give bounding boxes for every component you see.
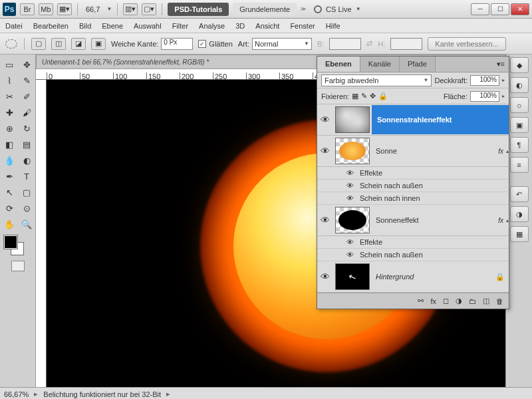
stamp-tool[interactable]: ⊕ [1,121,17,136]
layer-name[interactable]: Sonnenstrahleneffekt [372,105,509,134]
menu-datei[interactable]: Datei [5,22,23,30]
zoom-tool[interactable]: 🔍 [19,217,35,231]
opacity-input[interactable]: 100% [470,75,499,86]
history-brush-tool[interactable]: ↻ [19,121,35,136]
maximize-button[interactable]: ☐ [491,3,509,15]
layer-effect[interactable]: 👁Schein nach innen [317,192,509,205]
dock-color-icon[interactable]: ◆ [510,57,529,73]
zoom-level[interactable]: 66,7 [83,5,102,13]
dodge-tool[interactable]: ◐ [19,153,35,168]
layer-thumbnail[interactable] [335,106,370,133]
blend-mode-select[interactable]: Farbig abwedeln▼ [321,74,432,86]
dock-actions-icon[interactable]: ◑ [510,206,529,222]
layer-effect[interactable]: 👁Schein nach außen [317,249,509,261]
layer-thumbnail[interactable] [335,263,370,290]
subtract-selection-button[interactable]: ◪ [71,38,86,50]
view-extras-button[interactable]: ▦▾ [57,3,72,15]
arrange-button[interactable]: ▥▾ [123,3,138,15]
gradient-tool[interactable]: ▤ [19,137,35,152]
eraser-tool[interactable]: ◧ [1,137,17,152]
crop-tool[interactable]: ✂ [1,89,17,104]
dock-character-icon[interactable]: ¶ [510,137,529,153]
tab-ebenen[interactable]: Ebenen [317,57,360,72]
dock-masks-icon[interactable]: ▣ [510,117,529,133]
layer-thumbnail[interactable] [335,138,370,164]
style-select[interactable]: Normal▼ [252,38,312,50]
3d-camera-tool[interactable]: ⊙ [19,201,35,215]
add-selection-button[interactable]: ◫ [51,38,66,50]
cslive-button[interactable]: CS Live [326,5,352,13]
quickselect-tool[interactable]: ✎ [19,73,35,88]
healing-tool[interactable]: ✚ [1,105,17,120]
visibility-icon[interactable]: 👁 [317,146,333,156]
layer-thumbnail[interactable] [335,207,370,233]
adjustment-layer-icon[interactable]: ◑ [456,297,462,305]
collapse-icon[interactable]: ▴ [506,217,509,223]
layer-fx-icon[interactable]: fx [430,297,436,305]
hand-tool[interactable]: ✋ [1,217,17,231]
fg-color-swatch[interactable] [4,235,17,249]
intersect-selection-button[interactable]: ▣ [91,38,106,50]
feather-input[interactable]: 0 Px [161,38,193,50]
lock-all-icon[interactable]: 🔒 [378,92,388,100]
type-tool[interactable]: T [19,169,35,184]
tool-preset-icon[interactable] [5,39,17,49]
dock-paragraph-icon[interactable]: ≡ [510,157,529,173]
workspace-psdtutorials[interactable]: PSD-Tutorials [168,3,229,16]
layer-effect[interactable]: 👁Schein nach außen [317,180,509,192]
layer-row[interactable]: 👁 Sonne fx ▴ [317,136,509,167]
layer-row[interactable]: 👁 Sonneneffekt fx ▴ [317,205,509,236]
dock-history-icon[interactable]: ↶ [510,186,529,202]
menu-auswahl[interactable]: Auswahl [134,22,162,30]
layer-effect[interactable]: 👁Effekte [317,236,509,249]
menu-hilfe[interactable]: Hilfe [326,22,340,30]
close-button[interactable]: ✕ [511,3,529,15]
layer-row[interactable]: 👁 Hintergrund 🔒 [317,261,509,293]
lock-pixels-icon[interactable]: ✎ [361,92,367,100]
delete-layer-icon[interactable]: 🗑 [496,297,503,305]
blur-tool[interactable]: 💧 [1,153,17,168]
antialias-field[interactable]: ✓ Glätten [198,40,232,48]
layer-name[interactable]: Sonne [372,147,495,155]
refine-edge-button[interactable]: Kante verbessern... [428,37,505,51]
opacity-slider-icon[interactable]: ▸ [502,77,505,83]
pen-tool[interactable]: ✒ [1,169,17,184]
menu-ebene[interactable]: Ebene [102,22,123,30]
lock-position-icon[interactable]: ✥ [370,92,376,100]
tab-pfade[interactable]: Pfade [400,57,436,72]
move-tool[interactable]: ✥ [19,57,35,72]
layer-effect[interactable]: 👁Effekte [317,167,509,180]
fill-slider-icon[interactable]: ▸ [502,93,505,99]
fx-badge[interactable]: fx [495,217,506,224]
minibridge-button[interactable]: Mb [39,3,53,15]
new-selection-button[interactable]: ▢ [31,38,46,50]
link-layers-icon[interactable]: ⚯ [418,297,424,305]
3d-tool[interactable]: ⟳ [1,201,17,215]
visibility-icon[interactable]: 👁 [317,271,333,282]
fx-badge[interactable]: fx [495,148,506,155]
menu-filter[interactable]: Filter [172,22,188,30]
fill-input[interactable]: 100% [470,91,499,102]
collapse-icon[interactable]: ▴ [506,148,509,154]
menu-ansicht[interactable]: Ansicht [255,22,279,30]
dock-adjustments-icon[interactable]: ☼ [510,97,529,113]
marquee-tool[interactable]: ▭ [1,57,17,72]
menu-analyse[interactable]: Analyse [199,22,225,30]
layer-group-icon[interactable]: 🗀 [469,297,476,305]
minimize-button[interactable]: ─ [471,3,489,15]
screenmode-button[interactable]: ▢▾ [142,3,156,15]
layer-name[interactable]: Hintergrund [372,273,491,281]
antialias-checkbox[interactable]: ✓ [198,40,206,48]
color-swatches[interactable] [1,235,34,258]
layer-name[interactable]: Sonneneffekt [372,216,495,224]
eyedropper-tool[interactable]: ✐ [19,89,35,104]
workspace-more-icon[interactable]: ≫ [301,6,306,12]
bridge-button[interactable]: Br [20,3,35,15]
layer-mask-icon[interactable]: ◻ [443,297,449,305]
lock-transparency-icon[interactable]: ▦ [352,92,358,100]
workspace-grundelemente[interactable]: Grundelemente [233,3,297,16]
visibility-icon[interactable]: 👁 [317,215,333,225]
visibility-icon[interactable]: 👁 [317,114,333,125]
tab-kanaele[interactable]: Kanäle [360,57,400,72]
status-zoom[interactable]: 66,67% [4,390,29,398]
